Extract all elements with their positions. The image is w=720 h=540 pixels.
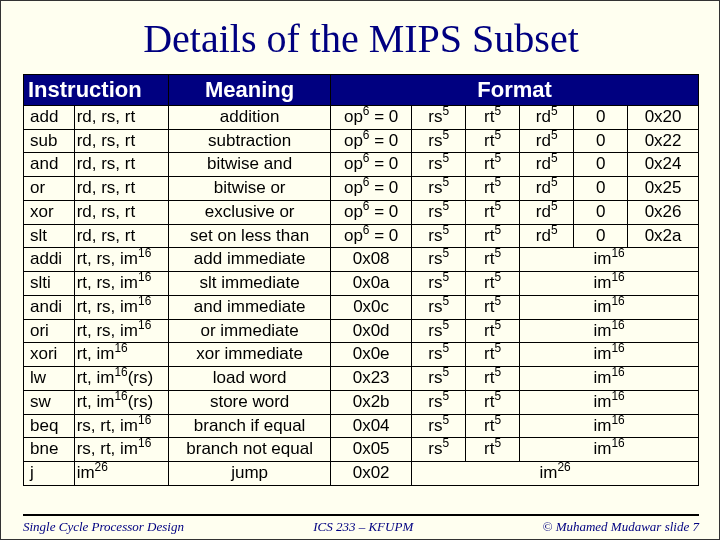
cell-meaning: and immediate bbox=[169, 295, 331, 319]
cell-operands: rd, rs, rt bbox=[74, 224, 169, 248]
cell-format: rs5 bbox=[412, 177, 466, 201]
cell-format: im16 bbox=[520, 414, 699, 438]
cell-format: rt5 bbox=[466, 295, 520, 319]
cell-format: rs5 bbox=[412, 272, 466, 296]
cell-format: 0 bbox=[574, 106, 628, 130]
cell-format: im16 bbox=[520, 438, 699, 462]
table-row: swrt, im16(rs)store word0x2brs5rt5im16 bbox=[24, 390, 699, 414]
cell-meaning: bitwise and bbox=[169, 153, 331, 177]
cell-format: rs5 bbox=[412, 414, 466, 438]
hdr-meaning: Meaning bbox=[169, 75, 331, 106]
cell-format: rt5 bbox=[466, 248, 520, 272]
cell-format: 0x25 bbox=[628, 177, 699, 201]
cell-format: rs5 bbox=[412, 390, 466, 414]
cell-format: op6 = 0 bbox=[331, 129, 412, 153]
footer-right: © Muhamed Mudawar slide 7 bbox=[543, 519, 699, 535]
cell-mnemonic: ori bbox=[24, 319, 75, 343]
cell-format: rt5 bbox=[466, 319, 520, 343]
table-row: sltirt, rs, im16slt immediate0x0ars5rt5i… bbox=[24, 272, 699, 296]
cell-meaning: store word bbox=[169, 390, 331, 414]
cell-format: rs5 bbox=[412, 319, 466, 343]
cell-meaning: xor immediate bbox=[169, 343, 331, 367]
cell-meaning: jump bbox=[169, 462, 331, 486]
cell-format: 0x08 bbox=[331, 248, 412, 272]
cell-format: 0x04 bbox=[331, 414, 412, 438]
cell-format: im16 bbox=[520, 319, 699, 343]
cell-operands: rs, rt, im16 bbox=[74, 438, 169, 462]
cell-format: rt5 bbox=[466, 177, 520, 201]
cell-format: 0 bbox=[574, 200, 628, 224]
cell-format: rs5 bbox=[412, 248, 466, 272]
cell-meaning: branch not equal bbox=[169, 438, 331, 462]
cell-format: rs5 bbox=[412, 438, 466, 462]
cell-mnemonic: slt bbox=[24, 224, 75, 248]
table-row: subrd, rs, rtsubtractionop6 = 0rs5rt5rd5… bbox=[24, 129, 699, 153]
cell-format: im16 bbox=[520, 390, 699, 414]
cell-format: 0 bbox=[574, 224, 628, 248]
table-row: andrd, rs, rtbitwise andop6 = 0rs5rt5rd5… bbox=[24, 153, 699, 177]
cell-format: rt5 bbox=[466, 153, 520, 177]
cell-format: 0 bbox=[574, 177, 628, 201]
cell-format: im16 bbox=[520, 343, 699, 367]
cell-format: 0x23 bbox=[331, 367, 412, 391]
table-row: andirt, rs, im16and immediate0x0crs5rt5i… bbox=[24, 295, 699, 319]
table-row: orrd, rs, rtbitwise orop6 = 0rs5rt5rd500… bbox=[24, 177, 699, 201]
cell-mnemonic: beq bbox=[24, 414, 75, 438]
cell-format: op6 = 0 bbox=[331, 106, 412, 130]
cell-format: 0x0a bbox=[331, 272, 412, 296]
cell-meaning: subtraction bbox=[169, 129, 331, 153]
cell-operands: rt, rs, im16 bbox=[74, 248, 169, 272]
cell-meaning: slt immediate bbox=[169, 272, 331, 296]
cell-mnemonic: or bbox=[24, 177, 75, 201]
cell-meaning: bitwise or bbox=[169, 177, 331, 201]
cell-format: 0 bbox=[574, 129, 628, 153]
cell-mnemonic: slti bbox=[24, 272, 75, 296]
cell-mnemonic: addi bbox=[24, 248, 75, 272]
cell-mnemonic: j bbox=[24, 462, 75, 486]
cell-mnemonic: lw bbox=[24, 367, 75, 391]
table-row: sltrd, rs, rtset on less thanop6 = 0rs5r… bbox=[24, 224, 699, 248]
cell-format: rt5 bbox=[466, 106, 520, 130]
cell-operands: rd, rs, rt bbox=[74, 200, 169, 224]
cell-format: rd5 bbox=[520, 177, 574, 201]
table-row: addrd, rs, rtadditionop6 = 0rs5rt5rd500x… bbox=[24, 106, 699, 130]
cell-operands: rd, rs, rt bbox=[74, 153, 169, 177]
page-title: Details of the MIPS Subset bbox=[1, 15, 720, 62]
cell-format: rd5 bbox=[520, 129, 574, 153]
cell-mnemonic: sw bbox=[24, 390, 75, 414]
slide: Details of the MIPS Subset Instruction M… bbox=[1, 1, 720, 540]
cell-mnemonic: xori bbox=[24, 343, 75, 367]
cell-format: 0x20 bbox=[628, 106, 699, 130]
header-row: Instruction Meaning Format bbox=[24, 75, 699, 106]
table-row: xorrd, rs, rtexclusive orop6 = 0rs5rt5rd… bbox=[24, 200, 699, 224]
cell-format: rd5 bbox=[520, 106, 574, 130]
table-row: jim26jump0x02im26 bbox=[24, 462, 699, 486]
cell-meaning: exclusive or bbox=[169, 200, 331, 224]
cell-operands: rt, rs, im16 bbox=[74, 295, 169, 319]
cell-format: 0x26 bbox=[628, 200, 699, 224]
cell-format: rt5 bbox=[466, 367, 520, 391]
cell-format: 0x22 bbox=[628, 129, 699, 153]
cell-format: rt5 bbox=[466, 272, 520, 296]
cell-meaning: set on less than bbox=[169, 224, 331, 248]
cell-format: op6 = 0 bbox=[331, 153, 412, 177]
cell-mnemonic: sub bbox=[24, 129, 75, 153]
footer: Single Cycle Processor Design ICS 233 – … bbox=[23, 514, 699, 535]
cell-format: im16 bbox=[520, 367, 699, 391]
cell-operands: im26 bbox=[74, 462, 169, 486]
cell-format: rt5 bbox=[466, 390, 520, 414]
cell-format: rt5 bbox=[466, 224, 520, 248]
cell-format: rt5 bbox=[466, 414, 520, 438]
cell-format: 0x2a bbox=[628, 224, 699, 248]
cell-format: rd5 bbox=[520, 224, 574, 248]
cell-format: rt5 bbox=[466, 200, 520, 224]
cell-format: rd5 bbox=[520, 200, 574, 224]
cell-format: rs5 bbox=[412, 153, 466, 177]
cell-format: rs5 bbox=[412, 200, 466, 224]
cell-format: 0x0c bbox=[331, 295, 412, 319]
cell-format: rs5 bbox=[412, 295, 466, 319]
cell-meaning: load word bbox=[169, 367, 331, 391]
cell-format: op6 = 0 bbox=[331, 200, 412, 224]
cell-format: rt5 bbox=[466, 438, 520, 462]
cell-format: op6 = 0 bbox=[331, 177, 412, 201]
